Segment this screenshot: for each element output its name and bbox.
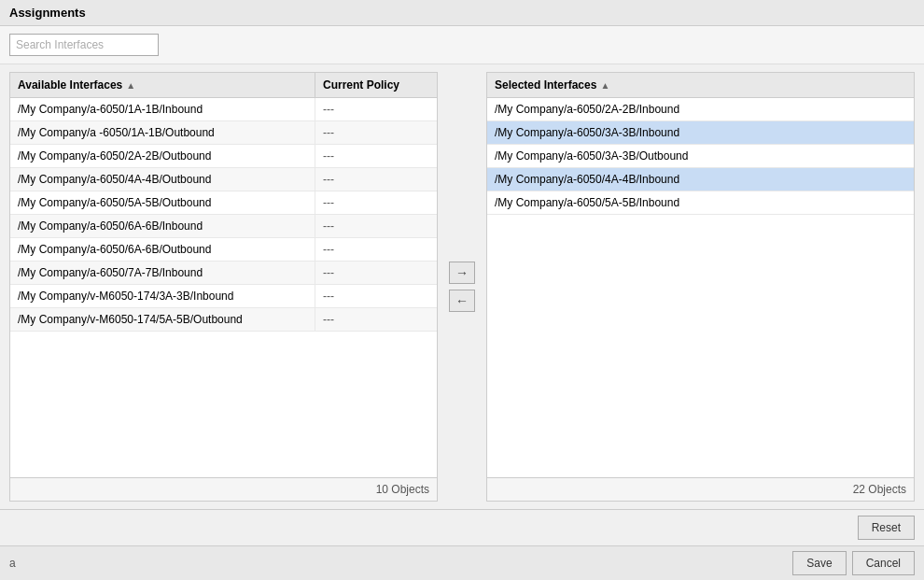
selected-interface-name: /My Company/a-6050/3A-3B/Outbound: [487, 145, 914, 167]
transfer-buttons: → ←: [445, 72, 479, 502]
available-interface-name: /My Company/v-M6050-174/5A-5B/Outbound: [10, 308, 315, 331]
available-count: 10 Objects: [376, 483, 429, 496]
transfer-left-button[interactable]: ←: [449, 290, 475, 312]
selected-sort-arrow: ▲: [600, 80, 609, 91]
available-interface-name: /My Company/a-6050/7A-7B/Inbound: [10, 262, 315, 284]
available-interface-name: /My Company/a-6050/5A-5B/Outbound: [10, 191, 315, 214]
selected-interface-name: /My Company/a-6050/2A-2B/Inbound: [487, 98, 914, 120]
available-interface-name: /My Company/a-6050/6A-6B/Inbound: [10, 215, 315, 237]
footer-bar: a Save Cancel: [0, 545, 924, 580]
available-interface-policy: ---: [315, 168, 437, 191]
table-row[interactable]: /My Company/a-6050/6A-6B/Outbound---: [10, 238, 437, 262]
selected-panel-body: /My Company/a-6050/2A-2B/Inbound/My Comp…: [487, 98, 914, 477]
available-interface-name: /My Company/a-6050/6A-6B/Outbound: [10, 238, 315, 261]
available-interface-name: /My Company/v-M6050-174/3A-3B/Inbound: [10, 285, 315, 307]
transfer-right-button[interactable]: →: [449, 262, 475, 284]
page-title: Assignments: [9, 6, 86, 20]
search-bar: [0, 26, 924, 64]
available-interface-policy: ---: [315, 145, 437, 167]
cancel-button[interactable]: Cancel: [852, 551, 915, 575]
table-row[interactable]: /My Company/a-6050/3A-3B/Outbound: [487, 145, 914, 168]
available-interface-name: /My Company/a -6050/1A-1B/Outbound: [10, 121, 315, 144]
selected-panel-footer: 22 Objects: [487, 477, 914, 501]
available-interface-name: /My Company/a-6050/2A-2B/Outbound: [10, 145, 315, 167]
available-interface-policy: ---: [315, 285, 437, 307]
available-sort-arrow: ▲: [126, 80, 135, 91]
available-interface-policy: ---: [315, 262, 437, 284]
available-interface-policy: ---: [315, 98, 437, 120]
table-row[interactable]: /My Company/a-6050/6A-6B/Inbound---: [10, 215, 437, 238]
table-row[interactable]: /My Company/a-6050/4A-4B/Outbound---: [10, 168, 437, 191]
footer-text: a: [9, 557, 16, 570]
table-row[interactable]: /My Company/a-6050/3A-3B/Inbound: [487, 121, 914, 145]
selected-interface-name: /My Company/a-6050/3A-3B/Inbound: [487, 121, 914, 144]
footer-left: a: [9, 557, 16, 570]
selected-interfaces-label: Selected Interfaces: [495, 78, 596, 92]
bottom-bar: Reset: [0, 509, 924, 545]
available-interface-name: /My Company/a-6050/1A-1B/Inbound: [10, 98, 315, 120]
table-row[interactable]: /My Company/a-6050/2A-2B/Outbound---: [10, 145, 437, 168]
title-bar: Assignments: [0, 0, 924, 26]
table-row[interactable]: /My Company/a-6050/1A-1B/Inbound---: [10, 98, 437, 121]
reset-button[interactable]: Reset: [858, 516, 915, 540]
available-interface-policy: ---: [315, 191, 437, 214]
selected-interface-name: /My Company/a-6050/5A-5B/Inbound: [487, 191, 914, 214]
table-row[interactable]: /My Company/a-6050/5A-5B/Outbound---: [10, 191, 437, 215]
table-row[interactable]: /My Company/a-6050/7A-7B/Inbound---: [10, 262, 437, 285]
available-interface-policy: ---: [315, 121, 437, 144]
available-interfaces-col-header: Available Interfaces ▲: [10, 73, 315, 97]
table-row[interactable]: /My Company/v-M6050-174/3A-3B/Inbound---: [10, 285, 437, 308]
available-interface-policy: ---: [315, 308, 437, 331]
table-row[interactable]: /My Company/a-6050/5A-5B/Inbound: [487, 191, 914, 215]
selected-count: 22 Objects: [853, 483, 906, 496]
selected-panel-header: Selected Interfaces ▲: [487, 73, 914, 98]
table-row[interactable]: /My Company/a -6050/1A-1B/Outbound---: [10, 121, 437, 145]
policy-label: Current Policy: [323, 78, 399, 92]
available-panel-header: Available Interfaces ▲ Current Policy: [10, 73, 437, 98]
available-panel: Available Interfaces ▲ Current Policy /M…: [9, 72, 438, 502]
footer-right: Save Cancel: [792, 551, 915, 575]
selected-panel: Selected Interfaces ▲ /My Company/a-6050…: [486, 72, 915, 502]
available-panel-body: /My Company/a-6050/1A-1B/Inbound---/My C…: [10, 98, 437, 477]
available-interface-name: /My Company/a-6050/4A-4B/Outbound: [10, 168, 315, 191]
search-input[interactable]: [9, 34, 159, 56]
selected-interface-name: /My Company/a-6050/4A-4B/Inbound: [487, 168, 914, 191]
available-interface-policy: ---: [315, 238, 437, 261]
table-row[interactable]: /My Company/a-6050/4A-4B/Inbound: [487, 168, 914, 191]
main-content: Available Interfaces ▲ Current Policy /M…: [0, 64, 924, 509]
table-row[interactable]: /My Company/v-M6050-174/5A-5B/Outbound--…: [10, 308, 437, 332]
table-row[interactable]: /My Company/a-6050/2A-2B/Inbound: [487, 98, 914, 121]
policy-col-header: Current Policy: [315, 73, 437, 97]
selected-interfaces-col-header: Selected Interfaces ▲: [487, 73, 914, 97]
save-button[interactable]: Save: [792, 551, 846, 575]
available-panel-footer: 10 Objects: [10, 477, 437, 501]
available-interfaces-label: Available Interfaces: [18, 78, 122, 92]
available-interface-policy: ---: [315, 215, 437, 237]
